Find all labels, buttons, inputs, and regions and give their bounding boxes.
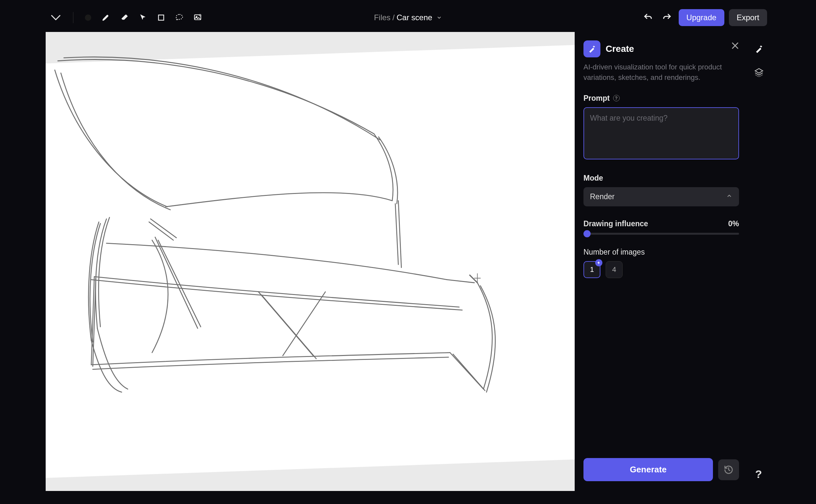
chevron-up-icon <box>726 192 733 201</box>
panel-description: AI-driven visualization tool for quick p… <box>584 62 739 83</box>
help-button[interactable]: ? <box>752 467 765 481</box>
svg-rect-1 <box>158 15 164 20</box>
create-panel: Create AI-driven visualization tool for … <box>575 32 748 491</box>
breadcrumb-current: Car scene <box>396 13 432 22</box>
breadcrumb-root: Files <box>374 13 391 22</box>
rectangle-tool[interactable] <box>154 10 169 25</box>
breadcrumb[interactable]: Files / Car scene <box>374 13 442 22</box>
pointer-tool[interactable] <box>135 10 150 25</box>
brush-tool[interactable] <box>99 10 114 25</box>
num-option-4[interactable]: 4 <box>606 261 623 278</box>
magic-wand-icon <box>584 40 601 57</box>
breadcrumb-separator: / <box>392 13 394 22</box>
svg-marker-7 <box>755 68 763 73</box>
mode-select[interactable]: Render <box>584 187 739 206</box>
app-logo[interactable] <box>49 11 63 24</box>
influence-value: 0% <box>728 219 739 228</box>
mode-value: Render <box>590 192 615 201</box>
influence-slider[interactable] <box>584 233 739 235</box>
slider-thumb[interactable] <box>584 230 591 237</box>
close-panel-button[interactable] <box>731 41 740 52</box>
upgrade-button[interactable]: Upgrade <box>679 9 724 26</box>
history-button[interactable] <box>718 459 739 480</box>
toolbar-divider <box>73 12 73 23</box>
chevron-down-icon[interactable] <box>436 15 442 21</box>
num-option-1[interactable]: 1 <box>584 261 601 278</box>
image-tool[interactable] <box>190 10 205 25</box>
prompt-input[interactable] <box>584 107 739 159</box>
undo-button[interactable] <box>641 10 655 25</box>
car-sketch <box>46 32 575 491</box>
prompt-label: Prompt <box>584 94 610 103</box>
lasso-tool[interactable] <box>172 10 187 25</box>
panel-title: Create <box>606 44 634 54</box>
help-icon[interactable]: ? <box>613 95 620 101</box>
redo-button[interactable] <box>660 10 674 25</box>
num-images-label: Number of images <box>584 248 645 257</box>
generate-button[interactable]: Generate <box>584 458 713 481</box>
eraser-tool[interactable] <box>117 10 132 25</box>
fast-badge-icon <box>595 259 602 266</box>
svg-point-0 <box>85 14 91 21</box>
influence-label: Drawing influence <box>584 219 648 228</box>
export-button[interactable]: Export <box>729 9 767 26</box>
layers-tab[interactable] <box>752 65 766 80</box>
color-tool[interactable] <box>81 10 96 25</box>
right-rail <box>748 32 770 491</box>
canvas[interactable] <box>46 32 575 491</box>
mode-label: Mode <box>584 174 603 183</box>
ai-tools-tab[interactable] <box>752 42 766 56</box>
